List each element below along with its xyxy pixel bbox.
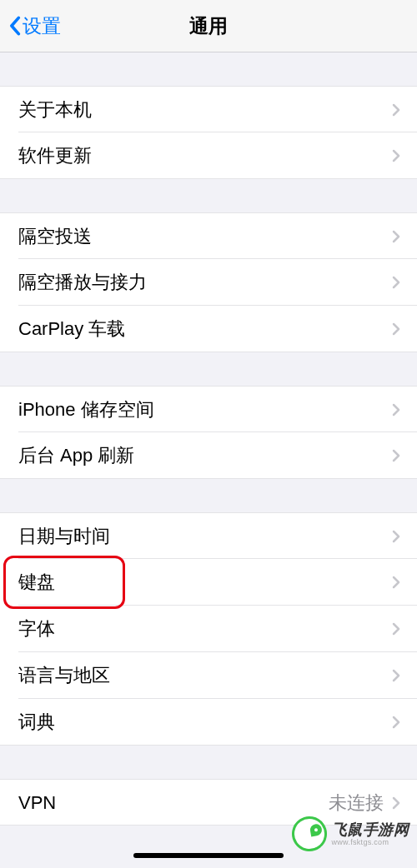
navbar: 设置 通用 xyxy=(0,0,417,52)
row-label: 后台 App 刷新 xyxy=(18,443,392,468)
chevron-left-icon xyxy=(7,14,22,37)
section-spacer xyxy=(0,746,417,779)
settings-section: 日期与时间键盘字体语言与地区词典 xyxy=(0,512,417,746)
watermark-title: 飞鼠手游网 xyxy=(332,822,409,837)
row-fonts[interactable]: 字体 xyxy=(0,606,417,652)
watermark-logo-icon xyxy=(289,814,329,855)
row-detail: 未连接 xyxy=(329,791,384,816)
back-label: 设置 xyxy=(23,13,61,39)
row-label: CarPlay 车载 xyxy=(18,317,392,342)
chevron-right-icon xyxy=(392,230,400,243)
row-label: 关于本机 xyxy=(18,97,392,122)
section-spacer xyxy=(0,179,417,212)
row-label: 日期与时间 xyxy=(18,524,392,549)
row-label: iPhone 储存空间 xyxy=(18,397,392,422)
row-label: 隔空投送 xyxy=(18,224,392,249)
page-title: 通用 xyxy=(189,13,228,39)
chevron-right-icon xyxy=(392,716,400,729)
chevron-right-icon xyxy=(392,576,400,589)
watermark-url: www.fsktgs.com xyxy=(332,839,389,846)
section-spacer xyxy=(0,479,417,512)
row-label: 语言与地区 xyxy=(18,663,392,688)
row-language-region[interactable]: 语言与地区 xyxy=(0,652,417,699)
section-spacer xyxy=(0,52,417,86)
row-label: 键盘 xyxy=(18,570,392,595)
chevron-right-icon xyxy=(392,276,400,289)
row-about[interactable]: 关于本机 xyxy=(0,86,417,132)
chevron-right-icon xyxy=(392,449,400,462)
row-airdrop[interactable]: 隔空投送 xyxy=(0,212,417,259)
settings-section: 隔空投送隔空播放与接力CarPlay 车载 xyxy=(0,212,417,352)
home-indicator[interactable] xyxy=(133,853,284,858)
row-keyboard[interactable]: 键盘 xyxy=(0,559,417,606)
chevron-right-icon xyxy=(392,322,400,336)
back-button[interactable]: 设置 xyxy=(0,13,61,39)
row-carplay[interactable]: CarPlay 车载 xyxy=(0,306,417,352)
chevron-right-icon xyxy=(392,403,400,417)
chevron-right-icon xyxy=(392,622,400,636)
section-spacer xyxy=(0,352,417,386)
row-label: 字体 xyxy=(18,616,392,641)
row-label: 软件更新 xyxy=(18,143,392,168)
row-label: 隔空播放与接力 xyxy=(18,270,392,295)
row-label: 词典 xyxy=(18,710,392,735)
row-date-time[interactable]: 日期与时间 xyxy=(0,512,417,559)
chevron-right-icon xyxy=(392,103,400,117)
chevron-right-icon xyxy=(392,149,400,162)
chevron-right-icon xyxy=(392,796,400,810)
content: 关于本机软件更新隔空投送隔空播放与接力CarPlay 车载iPhone 储存空间… xyxy=(0,52,417,826)
row-software-update[interactable]: 软件更新 xyxy=(0,132,417,179)
settings-section: 关于本机软件更新 xyxy=(0,86,417,179)
chevron-right-icon xyxy=(392,669,400,682)
row-label: VPN xyxy=(18,792,329,814)
row-airplay-handoff[interactable]: 隔空播放与接力 xyxy=(0,259,417,306)
watermark: 飞鼠手游网 www.fsktgs.com xyxy=(292,816,409,851)
row-dictionary[interactable]: 词典 xyxy=(0,699,417,746)
chevron-right-icon xyxy=(392,530,400,543)
row-background-app-refresh[interactable]: 后台 App 刷新 xyxy=(0,432,417,479)
row-iphone-storage[interactable]: iPhone 储存空间 xyxy=(0,386,417,432)
settings-section: iPhone 储存空间后台 App 刷新 xyxy=(0,386,417,479)
